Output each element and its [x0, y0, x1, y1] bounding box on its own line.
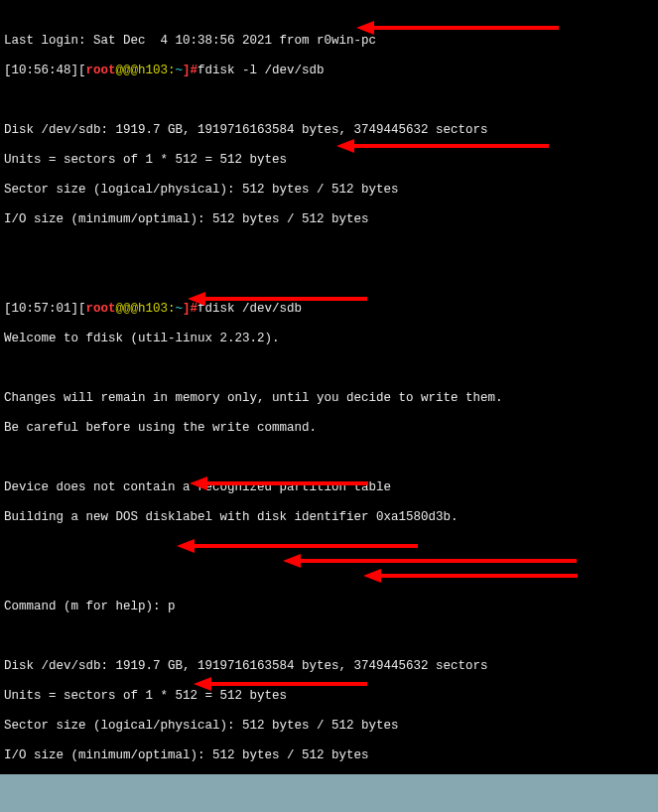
- cmd-p: Command (m for help): p: [4, 600, 654, 614]
- cmd-fdisk: fdisk /dev/sdb: [197, 302, 302, 316]
- prompt-2: [10:57:01][root@@@h103:~]#fdisk /dev/sdb: [4, 302, 654, 317]
- terminal-screen[interactable]: Last login: Sat Dec 4 10:38:56 2021 from…: [0, 0, 658, 812]
- svg-marker-3: [336, 139, 354, 153]
- svg-marker-11: [283, 554, 301, 568]
- disk-info-2: Disk /dev/sdb: 1919.7 GB, 1919716163584 …: [4, 659, 488, 673]
- svg-marker-1: [356, 21, 374, 35]
- background-area: [0, 774, 658, 812]
- disk-info-1: Disk /dev/sdb: 1919.7 GB, 1919716163584 …: [4, 123, 488, 137]
- last-login: Last login: Sat Dec 4 10:38:56 2021 from…: [4, 34, 376, 48]
- cmd-fdisk-list: fdisk -l /dev/sdb: [197, 64, 325, 77]
- prompt-1: [10:56:48][root@@@h103:~]#fdisk -l /dev/…: [4, 64, 654, 78]
